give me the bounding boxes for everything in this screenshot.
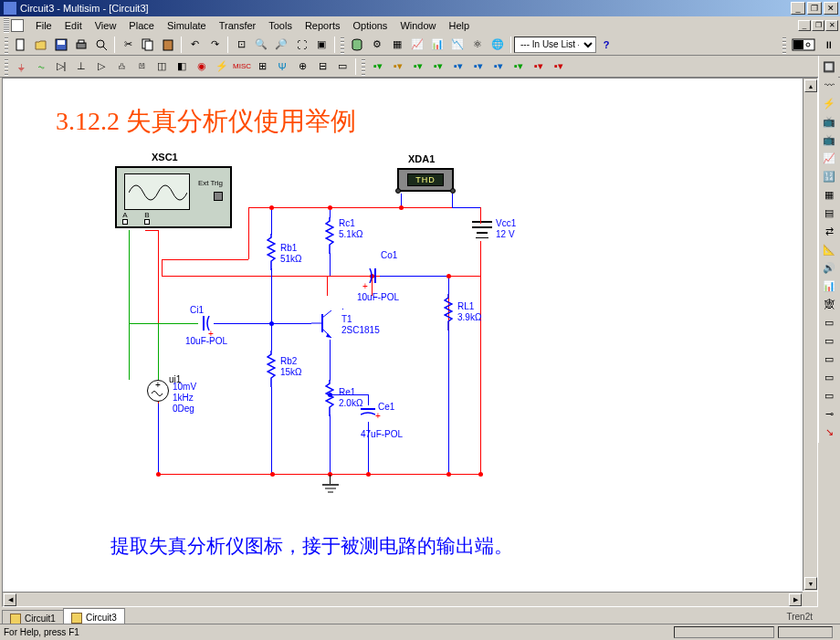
new-icon[interactable] [12,36,30,54]
resistor-rl1[interactable] [444,294,453,330]
mdi-restore-button[interactable]: ❐ [812,20,824,31]
zoom-area-icon[interactable]: ⛶ [292,36,310,54]
analysis-icon[interactable]: 📊 [428,36,446,54]
agilent-scope-icon[interactable]: ▭ [821,351,837,367]
print-icon[interactable] [72,36,90,54]
place-ground-icon[interactable]: ⏚ [12,58,30,76]
menu-options[interactable]: Options [346,18,394,33]
zoom-all-icon[interactable]: ⊡ [232,36,250,54]
capacitor-co1[interactable] [366,268,379,283]
spreadsheet-icon[interactable]: ▦ [388,36,406,54]
place-advanced-icon[interactable]: ⊞ [253,58,271,76]
database-icon[interactable] [348,36,366,54]
labview-icon[interactable]: ▭ [821,387,837,404]
place-cmos-icon[interactable]: 凹 [132,58,151,76]
menu-transfer[interactable]: Transfer [213,18,263,33]
distortion-analyzer-icon[interactable]: 🔊 [821,259,837,276]
mdi-minimize-button[interactable]: _ [798,20,811,31]
redo-icon[interactable]: ↷ [205,36,224,54]
in-use-list-dropdown[interactable]: --- In Use List --- [514,37,596,53]
fullscreen-icon[interactable]: ▣ [312,36,331,54]
run-sim-button[interactable] [790,36,817,54]
postproc-icon[interactable]: 📉 [448,36,467,54]
menu-reports[interactable]: Reports [299,18,347,33]
menu-tools[interactable]: Tools [262,18,299,33]
multimeter-icon[interactable]: 🔲 [821,58,837,75]
virtual-bjt-icon[interactable]: ▪▾ [449,58,467,76]
vcc-source[interactable] [472,223,492,241]
transistor-t1[interactable] [311,310,333,338]
wattmeter-icon[interactable]: ⚡ [821,95,837,111]
zoom-out-icon[interactable]: 🔎 [272,36,290,54]
word-gen-icon[interactable]: ▦ [821,186,837,203]
open-icon[interactable] [32,36,50,54]
menu-simulate[interactable]: Simulate [161,18,213,33]
virtual-3d-icon[interactable]: ▪▾ [409,58,427,76]
logic-converter-icon[interactable]: ⇄ [821,223,837,239]
resistor-rc1[interactable] [325,217,334,254]
place-rf-icon[interactable]: Ψ [273,58,291,76]
4ch-scope-icon[interactable]: 📺 [821,131,837,148]
undo-icon[interactable]: ↶ [185,36,204,54]
vertical-scrollbar[interactable]: ▲▼ [803,79,817,591]
save-icon[interactable] [52,36,70,54]
place-indicator-icon[interactable]: ◉ [193,58,211,76]
place-misc-icon[interactable]: ◫ [152,58,171,76]
virtual-diode-icon[interactable]: ▪▾ [429,58,447,76]
virtual-meas-icon[interactable]: ▪▾ [509,58,528,76]
resistor-re1[interactable] [325,380,334,416]
preview-icon[interactable] [92,36,110,54]
help-icon[interactable]: ? [597,36,615,54]
place-ttl-icon[interactable]: 凸 [112,58,131,76]
virtual-signal-icon[interactable]: ▪▾ [550,58,568,76]
place-misc2-icon[interactable]: MISC [233,58,251,76]
menu-place[interactable]: Place [122,18,161,33]
resistor-rb2[interactable] [267,351,276,387]
cut-icon[interactable]: ✂ [119,36,137,54]
schematic-canvas[interactable]: 3.12.2 失真分析仪使用举例 提取失真分析仪图标，接于被测电路的输出端。 X… [10,86,801,590]
place-mcu-icon[interactable]: ▭ [333,58,352,76]
place-power-icon[interactable]: ⚡ [213,58,231,76]
menu-file[interactable]: File [29,18,58,33]
component-icon[interactable]: ⚙ [368,36,386,54]
copy-icon[interactable] [139,36,157,54]
place-resistor-icon[interactable]: ⏦ [32,58,50,76]
tek-scope-icon[interactable]: ▭ [821,369,837,385]
place-diode-icon[interactable]: ▷| [52,58,70,76]
virtual-analog-icon[interactable]: ▪▾ [469,58,488,76]
maximize-button[interactable]: ❐ [807,2,822,15]
place-em-icon[interactable]: ⊕ [293,58,311,76]
oscilloscope-instrument[interactable]: Ext Trig A B [115,166,232,228]
horizontal-scrollbar[interactable]: ◀▶ [3,592,803,606]
edu-icon[interactable]: 🌐 [488,36,507,54]
logic-analyzer-icon[interactable]: ▤ [821,205,837,221]
virtual-rated-icon[interactable]: ▪▾ [389,58,407,76]
virtual-misc-icon[interactable]: ▪▾ [489,58,508,76]
place-transistor-icon[interactable]: ⊥ [72,58,90,76]
wizard-icon[interactable]: ⚛ [468,36,487,54]
network-analyzer-icon[interactable]: 🕸 [821,296,837,312]
funcgen-icon[interactable]: 〰 [821,77,837,93]
current-probe-icon[interactable]: ⊸ [821,405,837,422]
spectrum-analyzer-icon[interactable]: 📊 [821,278,837,294]
menu-window[interactable]: Window [394,18,442,33]
menu-help[interactable]: Help [443,18,477,33]
resistor-rb1[interactable] [267,234,276,270]
place-opamp-icon[interactable]: ▷ [92,58,110,76]
agilent-fg-icon[interactable]: ▭ [821,314,837,330]
freq-counter-icon[interactable]: 🔢 [821,168,837,184]
pause-sim-button[interactable]: ⏸ [819,36,837,54]
place-mixed-icon[interactable]: ◧ [173,58,191,76]
scope-icon[interactable]: 📺 [821,113,837,130]
capacitor-ce1[interactable] [361,405,375,418]
virtual-power-icon[interactable]: ▪▾ [530,58,548,76]
meas-probe-icon[interactable]: ↘ [821,424,837,440]
distortion-analyzer-instrument[interactable]: THD [397,168,454,192]
ground-symbol[interactable] [322,484,339,497]
ac-source[interactable]: + [147,380,169,402]
menu-view[interactable]: View [89,18,123,33]
minimize-button[interactable]: _ [791,2,805,15]
iv-analyzer-icon[interactable]: 📐 [821,241,837,257]
menu-edit[interactable]: Edit [58,18,89,33]
bode-icon[interactable]: 📈 [821,150,837,166]
